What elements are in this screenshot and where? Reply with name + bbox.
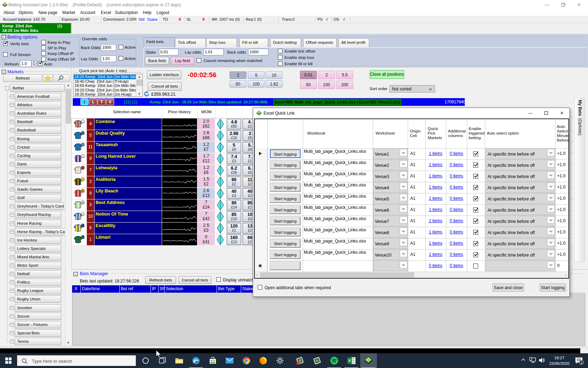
auto-checkbox[interactable] (38, 61, 42, 66)
tree-expand-icon[interactable]: + (10, 162, 14, 166)
worksheet-select[interactable]: Venue3 (373, 171, 408, 182)
fb-lay-odds-input[interactable]: 1.01 (203, 49, 224, 55)
additional-columns-link[interactable]: 0 items (446, 263, 467, 268)
tree-expand-icon[interactable]: + (10, 179, 14, 183)
tree-expand-icon[interactable]: + (10, 171, 14, 175)
chevron-down-icon[interactable] (400, 239, 407, 246)
hedge-diamond[interactable] (215, 130, 226, 142)
runner-name[interactable]: Auditoria (94, 176, 162, 188)
enable-triggered-betting-checkbox[interactable] (473, 151, 478, 156)
tree-node-cricket[interactable]: Cricket (15, 144, 61, 151)
hedge-diamond[interactable] (215, 234, 226, 246)
stake-button-2[interactable]: 2 (230, 71, 246, 79)
hedge-diamond[interactable] (215, 153, 226, 165)
tab-stop-loss[interactable]: Stop loss (206, 38, 237, 47)
chevron-down-icon[interactable] (547, 160, 555, 168)
full-stream-checkbox[interactable] (3, 52, 8, 57)
tree-node-snooker[interactable]: Snooker (15, 304, 61, 312)
quick-pick-item[interactable]: 18:55 Kemp 23rd Jun (1m Mdn Stks) (74, 83, 136, 88)
quick-pick-markets-link[interactable]: 1 items (425, 207, 446, 212)
back-odds-input[interactable]: 1000 (101, 44, 116, 51)
tree-node-special-bets[interactable]: Special Bets (15, 329, 61, 337)
runner-name[interactable]: Excelfilly (94, 223, 162, 234)
chevron-down-icon[interactable] (400, 205, 407, 212)
quick-pick-markets-link[interactable]: 0 items (425, 263, 446, 268)
tab-dutch-betting[interactable]: Dutch betting (270, 38, 301, 47)
worksheet-select[interactable]: Venue9 (373, 238, 408, 249)
close-button[interactable]: ✕ (571, 0, 587, 10)
enable-triggered-betting-checkbox[interactable] (473, 196, 478, 201)
start-logging-button[interactable]: Start logging (270, 194, 301, 203)
mail-button[interactable] (221, 353, 238, 368)
row-selector[interactable] (255, 216, 267, 227)
additional-columns-link[interactable]: 0 items (446, 207, 467, 212)
tab-offset-requests[interactable]: Offset requests (303, 38, 337, 47)
start-logging-button[interactable]: Start logging (270, 172, 301, 180)
enable-stop-loss-checkbox[interactable] (278, 55, 282, 60)
lay-odds-input[interactable]: 1.01 (101, 55, 116, 62)
additional-columns-link[interactable]: 0 items (446, 241, 467, 246)
scroll-up-icon[interactable]: ▲ (65, 82, 71, 88)
excel-button[interactable]: X (343, 353, 360, 368)
additional-columns-link[interactable]: 0 items (446, 162, 467, 167)
start-logging-button[interactable]: Start logging (270, 149, 301, 158)
fb-back-odds-input[interactable]: 1000 (248, 49, 268, 55)
worksheet-select[interactable]: Venue4 (373, 182, 408, 193)
scroll-down-icon[interactable]: ▼ (65, 340, 71, 346)
chevron-down-icon[interactable] (400, 216, 407, 224)
additional-columns-link[interactable]: 0 items (446, 185, 467, 190)
row-selector[interactable] (255, 249, 267, 260)
markets-refresh-button[interactable]: Refresh (3, 74, 42, 82)
start-logging-button[interactable]: Start logging (270, 217, 301, 225)
tab-alt-level-profit[interactable]: Alt level profit (338, 38, 369, 47)
dialog-close-button[interactable]: ✕ (554, 108, 570, 118)
tab-fill-or-kill[interactable]: Fill or kill (239, 38, 268, 47)
tree-node-betfair[interactable]: Betfair (10, 84, 65, 92)
chevron-down-icon[interactable] (400, 250, 407, 257)
settings-button[interactable] (272, 353, 288, 368)
refresh-spin-down[interactable]: ▼ (31, 63, 36, 67)
stake-button-1.62[interactable]: 1.62 (266, 80, 282, 88)
hedge-diamond[interactable] (215, 176, 226, 188)
tree-node-mixed-martial-arts[interactable]: Mixed Martial Arts (15, 253, 61, 261)
scroll-right-icon[interactable]: › (565, 273, 567, 277)
worksheet-select[interactable]: Venue1 (373, 148, 408, 159)
tree-node-tennis[interactable]: Tennis (15, 338, 61, 345)
runner-name[interactable]: Combine (94, 118, 162, 130)
start-logging-button[interactable]: Start logging (270, 250, 301, 259)
quick-pick-markets-link[interactable]: 1 items (425, 173, 446, 178)
refresh-balance-icon[interactable] (144, 91, 149, 97)
quick-pick-markets-link[interactable]: 1 items (425, 196, 446, 201)
tray-network-icon[interactable] (529, 357, 536, 364)
betting-options-collapse[interactable]: - (2, 35, 6, 39)
markets-tree-scrollbar[interactable]: ▲ ▼ (65, 82, 71, 346)
lay-stake-button-100[interactable]: 100 (318, 81, 335, 89)
worksheet-select[interactable]: Venue7 (373, 216, 408, 226)
tree-expand-icon[interactable]: + (10, 95, 14, 98)
tree-node-rugby-union[interactable]: Rugby Union (15, 295, 61, 303)
tree-expand-icon[interactable]: + (10, 331, 14, 335)
quick-pick-markets-link[interactable]: 1 items (425, 241, 446, 246)
keep-offset-sp-checkbox[interactable] (41, 57, 46, 61)
start-logging-button[interactable]: Start logging (270, 205, 301, 214)
hedge-diamond[interactable] (215, 211, 226, 223)
tray-expand-icon[interactable] (521, 357, 526, 363)
chevron-down-icon[interactable] (547, 149, 555, 156)
hedge-diamond[interactable] (215, 199, 226, 211)
stake-input[interactable]: 0.01 (159, 49, 178, 55)
row-selector[interactable] (255, 182, 267, 193)
worksheet-select[interactable]: Venue8 (373, 227, 408, 238)
back-price-cell[interactable]: 120£1 (226, 223, 242, 234)
chevron-down-icon[interactable] (547, 194, 555, 201)
dialog-hscroll-thumb[interactable] (260, 272, 414, 278)
chevron-down-icon[interactable] (400, 261, 407, 268)
tree-node-boxing[interactable]: Boxing (15, 135, 61, 143)
betting-assistant-button[interactable] (360, 353, 377, 368)
additional-columns-link[interactable]: 0 items (446, 196, 467, 201)
tree-node-futsal[interactable]: Futsal (15, 177, 61, 185)
lay-odds-active-checkbox[interactable] (119, 56, 123, 61)
refresh-bets-button[interactable]: Refresh bets (145, 276, 176, 284)
dialog-minimize-button[interactable]: — (523, 108, 538, 118)
tab-tick-offset[interactable]: Tick offset (175, 38, 206, 47)
tree-expand-icon[interactable]: + (10, 272, 14, 276)
